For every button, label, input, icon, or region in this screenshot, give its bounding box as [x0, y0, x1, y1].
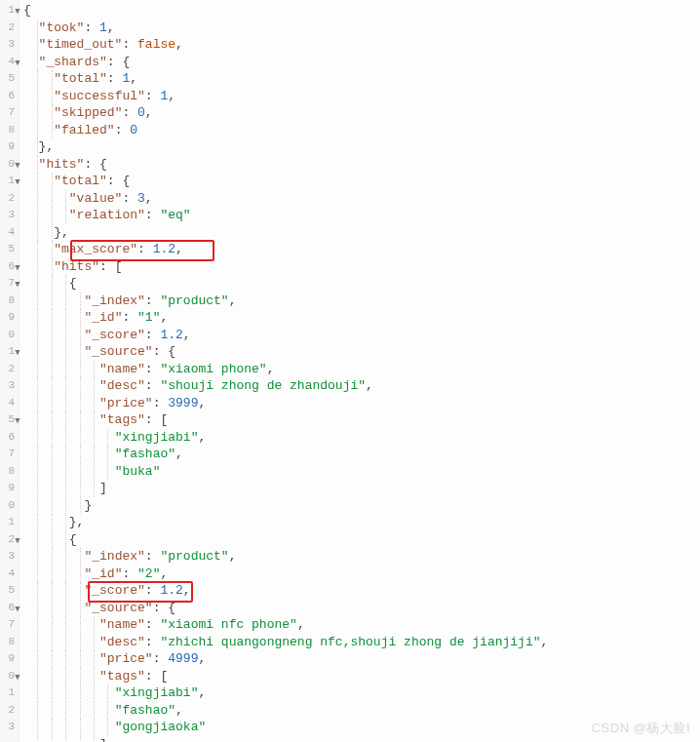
token: ,	[198, 685, 206, 700]
token: : {	[107, 55, 130, 69]
fold-toggle-icon[interactable]: ▼	[14, 413, 21, 431]
token: "fashao"	[115, 447, 175, 461]
code-line: "_source": {▼	[23, 343, 548, 361]
token: :	[122, 105, 137, 120]
line-number: 0	[0, 327, 15, 344]
fold-toggle-icon[interactable]: ▼	[14, 602, 21, 619]
token: 3	[137, 191, 145, 206]
token: :	[145, 549, 161, 564]
token: "fashao"	[115, 703, 175, 718]
code-line: ]	[23, 480, 548, 497]
line-number: 6	[0, 88, 15, 105]
fold-toggle-icon[interactable]: ▼	[14, 175, 21, 192]
code-line: "_score": 1.2,	[23, 327, 548, 344]
token: "hits"	[39, 157, 85, 172]
token: "name"	[99, 362, 145, 376]
code-line: "tags": [▼	[23, 411, 548, 429]
token: 0	[130, 123, 137, 137]
code-line: "hits": [▼	[23, 258, 548, 276]
line-number: 5	[0, 70, 15, 88]
token: {	[23, 3, 31, 18]
token: ,	[160, 310, 168, 325]
code-line: "xingjiabi",	[23, 429, 548, 447]
code-line: "_index": "product",	[23, 548, 548, 566]
token: :	[145, 293, 161, 308]
fold-toggle-icon[interactable]: ▼	[14, 158, 21, 176]
token: "timed_out"	[39, 37, 123, 52]
token: "gongjiaoka"	[115, 720, 207, 734]
token: "_shards"	[39, 55, 107, 69]
fold-toggle-icon[interactable]: ▼	[14, 533, 21, 551]
line-number: 1	[0, 2, 15, 20]
token: : {	[153, 601, 175, 615]
line-number: 6	[0, 429, 15, 447]
token: "failed"	[54, 123, 114, 137]
code-line: "_id": "2",	[23, 566, 548, 583]
token: "total"	[54, 174, 107, 188]
line-number: 9	[0, 138, 15, 156]
token: "xiaomi nfc phone"	[160, 617, 296, 632]
code-line: {▼	[23, 275, 548, 293]
token: 1.2	[153, 242, 175, 256]
token: 0	[137, 105, 145, 120]
fold-toggle-icon[interactable]: ▼	[14, 56, 21, 73]
token: "_id"	[84, 310, 122, 325]
line-number: 0	[0, 668, 15, 685]
token: : [	[145, 669, 168, 683]
token: "xiaomi phone"	[160, 362, 266, 376]
token: :	[145, 635, 161, 649]
token: :	[107, 71, 123, 86]
token: "tags"	[99, 412, 145, 427]
token: "zhichi quangongneng nfc,shouji zhong de…	[160, 635, 540, 649]
line-number: 7	[0, 616, 15, 634]
token: :	[145, 328, 161, 342]
code-area[interactable]: {▼ "took": 1, "timed_out": false, "_shar…	[19, 0, 548, 742]
fold-toggle-icon[interactable]: ▼	[14, 260, 21, 278]
token: "_id"	[84, 566, 122, 581]
line-number: 0	[0, 497, 15, 515]
token: "eq"	[160, 208, 190, 222]
token: "successful"	[54, 89, 145, 103]
fold-toggle-icon[interactable]: ▼	[14, 670, 21, 687]
token: ,	[160, 566, 168, 581]
token: 4999	[168, 651, 198, 666]
line-number: 4	[0, 224, 15, 242]
code-line: },	[23, 224, 548, 242]
fold-toggle-icon[interactable]: ▼	[14, 345, 21, 363]
token: ,	[198, 651, 206, 666]
token: },	[69, 515, 85, 529]
code-line: "_index": "product",	[23, 293, 548, 310]
token: ,	[183, 583, 191, 598]
code-line: "timed_out": false,	[23, 36, 548, 54]
token: :	[145, 362, 161, 376]
line-number: 2	[0, 190, 15, 208]
line-number: 7	[0, 275, 15, 293]
fold-toggle-icon[interactable]: ▼	[14, 4, 21, 21]
code-line: "successful": 1,	[23, 88, 548, 105]
line-number: 6	[0, 258, 15, 276]
token: },	[39, 139, 55, 154]
line-number: 1	[0, 684, 15, 702]
token: ,	[145, 105, 153, 120]
line-number: 3	[0, 719, 15, 736]
token: "_index"	[84, 293, 144, 308]
code-line: },	[23, 138, 548, 156]
token: :	[145, 208, 161, 222]
line-number: 1	[0, 173, 15, 190]
token: ,	[366, 378, 373, 393]
token: "hits"	[54, 259, 99, 274]
fold-toggle-icon[interactable]: ▼	[14, 277, 21, 294]
token: 1.2	[160, 328, 182, 342]
token: "price"	[99, 396, 153, 410]
json-editor: 1234567890123456789012345678901234567890…	[0, 0, 700, 742]
line-number: 8	[0, 122, 15, 139]
token: "xingjiabi"	[115, 430, 199, 445]
token: "skipped"	[54, 105, 122, 120]
code-line: "hits": {▼	[23, 156, 548, 174]
code-line: "xingjiabi",	[23, 684, 548, 702]
token: "xingjiabi"	[115, 685, 199, 700]
line-number: 4	[0, 395, 15, 412]
token: : {	[153, 344, 175, 359]
code-line: "max_score": 1.2,	[23, 241, 548, 258]
token: "took"	[39, 20, 85, 35]
